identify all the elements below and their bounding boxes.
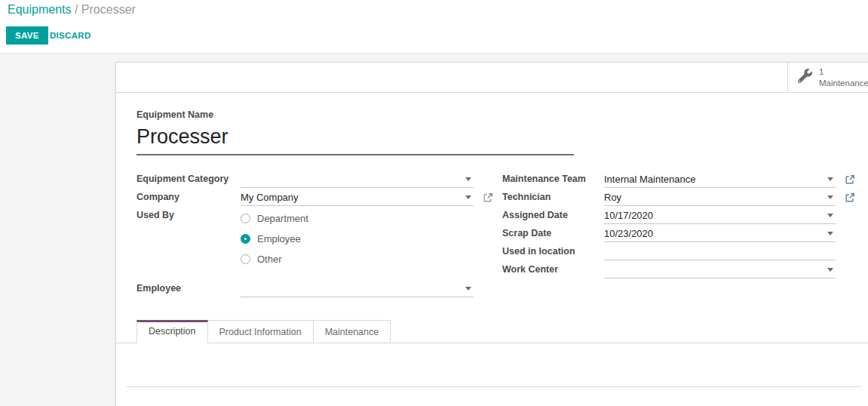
external-link-icon[interactable]: [483, 192, 493, 203]
wrench-icon: [798, 69, 812, 86]
field-equipment-category: Equipment Category: [136, 170, 474, 188]
field-employee: Employee: [136, 279, 474, 297]
form-sheet: 1 Maintenance Equipment Name Processer E…: [115, 62, 868, 406]
maintenance-team-input[interactable]: Internal Maintenance: [604, 172, 836, 188]
field-technician: Technician Roy: [502, 188, 836, 206]
equipment-category-input[interactable]: [241, 172, 474, 188]
employee-label: Employee: [136, 283, 241, 297]
used-in-location-label: Used in location: [502, 246, 604, 260]
maintenance-stat-button[interactable]: 1 Maintenance: [787, 63, 868, 92]
control-panel: Equipments / Processer SAVE DISCARD: [0, 0, 868, 54]
dropdown-caret-icon[interactable]: [465, 195, 471, 199]
work-center-label: Work Center: [502, 264, 604, 278]
field-scrap-date: Scrap Date 10/23/2020: [502, 224, 836, 242]
external-link-icon[interactable]: [845, 174, 855, 185]
equipment-name-input[interactable]: Processer: [136, 125, 574, 155]
scrap-date-input[interactable]: 10/23/2020: [604, 226, 836, 242]
used-by-label: Used By: [136, 206, 241, 224]
technician-label: Technician: [502, 192, 604, 206]
field-company: Company My Company: [136, 188, 474, 206]
equipment-category-label: Equipment Category: [136, 174, 241, 188]
discard-button[interactable]: DISCARD: [44, 26, 97, 45]
scrap-date-label: Scrap Date: [502, 228, 604, 242]
radio-option-employee[interactable]: Employee: [241, 229, 308, 249]
dropdown-caret-icon[interactable]: [465, 177, 471, 181]
radio-checked-icon[interactable]: [241, 234, 250, 244]
equipment-name-label: Equipment Name: [136, 109, 868, 120]
field-column-right: Maintenance Team Internal Maintenance Te…: [502, 170, 836, 297]
radio-unchecked-icon[interactable]: [241, 214, 250, 223]
tab-description[interactable]: Description: [136, 320, 208, 343]
field-used-by: Used By Department Employee: [136, 206, 474, 269]
stat-label: Maintenance: [819, 78, 868, 88]
used-in-location-input[interactable]: [604, 245, 836, 260]
dropdown-caret-icon[interactable]: [827, 177, 833, 181]
used-by-radio-group: Department Employee Other: [241, 206, 308, 269]
save-button[interactable]: SAVE: [6, 26, 48, 45]
dropdown-caret-icon[interactable]: [827, 195, 833, 199]
company-label: Company: [136, 192, 241, 206]
content-area: 1 Maintenance Equipment Name Processer E…: [0, 54, 868, 406]
assigned-date-label: Assigned Date: [502, 210, 604, 224]
dropdown-caret-icon[interactable]: [827, 232, 833, 235]
breadcrumb: Equipments / Processer: [8, 3, 136, 17]
field-maintenance-team: Maintenance Team Internal Maintenance: [502, 170, 836, 188]
dropdown-caret-icon[interactable]: [465, 287, 471, 291]
employee-input[interactable]: [241, 281, 474, 297]
external-link-icon[interactable]: [845, 192, 855, 203]
company-input[interactable]: My Company: [241, 190, 474, 206]
work-center-input[interactable]: [604, 263, 836, 278]
sheet-header: 1 Maintenance: [116, 63, 868, 93]
tab-maintenance[interactable]: Maintenance: [314, 320, 391, 343]
dropdown-caret-icon[interactable]: [827, 214, 833, 217]
stat-count: 1: [819, 67, 824, 76]
field-column-left: Equipment Category Company My Company: [136, 170, 474, 297]
description-tab-content: [116, 386, 868, 387]
maintenance-team-label: Maintenance Team: [502, 174, 604, 188]
stat-button-text: 1 Maintenance: [819, 66, 868, 88]
field-grid: Equipment Category Company My Company: [136, 170, 868, 297]
dropdown-caret-icon[interactable]: [827, 268, 833, 272]
breadcrumb-current-record: Processer: [81, 3, 136, 16]
assigned-date-input[interactable]: 10/17/2020: [604, 208, 836, 224]
breadcrumb-equipments-link[interactable]: Equipments: [8, 3, 72, 16]
field-used-in-location: Used in location: [502, 242, 836, 260]
tab-product-information[interactable]: Product Information: [208, 320, 314, 343]
radio-option-department[interactable]: Department: [241, 208, 308, 229]
breadcrumb-separator: /: [75, 3, 81, 16]
form-body: Equipment Name Processer Equipment Categ…: [116, 93, 868, 297]
field-assigned-date: Assigned Date 10/17/2020: [502, 206, 836, 224]
technician-input[interactable]: Roy: [604, 190, 836, 206]
notebook-tabbar: Description Product Information Maintena…: [116, 320, 868, 343]
radio-unchecked-icon[interactable]: [241, 254, 250, 264]
tab-content-divider: [127, 386, 861, 387]
radio-option-other[interactable]: Other: [241, 249, 308, 269]
field-work-center: Work Center: [502, 260, 836, 278]
